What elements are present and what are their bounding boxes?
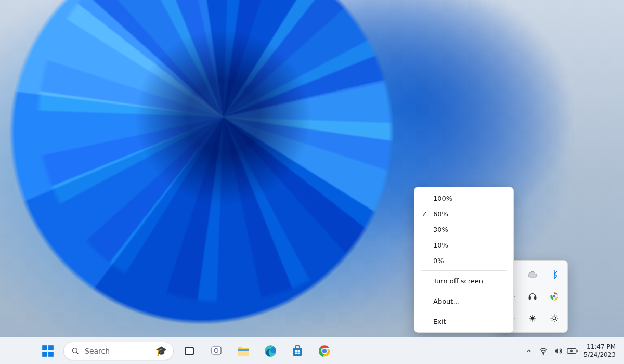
menu-item-100[interactable]: 100% xyxy=(414,190,513,206)
menu-label: Turn off screen xyxy=(433,277,483,285)
svg-rect-8 xyxy=(42,345,47,350)
svg-rect-19 xyxy=(238,349,249,351)
headset-icon[interactable] xyxy=(523,287,543,306)
battery-icon[interactable] xyxy=(566,340,579,362)
microsoft-store-button[interactable] xyxy=(286,340,309,362)
search-icon xyxy=(71,347,80,355)
svg-point-12 xyxy=(73,348,77,353)
menu-label: 100% xyxy=(433,194,452,202)
file-explorer-button[interactable] xyxy=(232,340,255,362)
onedrive-icon[interactable] xyxy=(523,265,543,284)
taskbar-clock[interactable]: 11:47 PM 5/24/2023 xyxy=(580,343,621,359)
svg-rect-17 xyxy=(215,349,218,352)
menu-item-exit[interactable]: Exit xyxy=(414,314,513,329)
svg-rect-10 xyxy=(42,352,47,357)
svg-rect-21 xyxy=(293,348,302,356)
svg-rect-24 xyxy=(295,352,297,354)
menu-separator xyxy=(421,270,507,271)
chat-button[interactable] xyxy=(205,340,228,362)
svg-rect-1 xyxy=(529,297,531,300)
svg-point-7 xyxy=(553,317,556,320)
svg-point-6 xyxy=(531,317,534,320)
menu-label: 30% xyxy=(433,226,448,233)
menu-item-30[interactable]: 30% xyxy=(414,222,513,237)
menu-separator xyxy=(421,291,507,291)
svg-rect-22 xyxy=(295,350,297,352)
clock-date: 5/24/2023 xyxy=(583,351,616,359)
menu-item-60[interactable]: 60% xyxy=(414,206,513,222)
chrome-tray-icon[interactable] xyxy=(544,287,564,306)
svg-point-27 xyxy=(322,348,327,354)
svg-rect-25 xyxy=(298,352,300,354)
contrast-icon[interactable] xyxy=(523,308,543,328)
menu-label: 0% xyxy=(433,257,444,265)
menu-label: About… xyxy=(433,297,460,305)
menu-item-0[interactable]: 0% xyxy=(414,253,513,268)
menu-label: 60% xyxy=(433,210,448,218)
wifi-icon[interactable] xyxy=(537,340,550,362)
chrome-button[interactable] xyxy=(313,340,336,362)
svg-rect-14 xyxy=(186,348,193,354)
search-placeholder: Search xyxy=(85,347,150,355)
bluetooth-icon[interactable] xyxy=(544,265,564,284)
start-button[interactable] xyxy=(36,340,59,362)
bloom-graphic xyxy=(0,0,463,364)
taskbar-search[interactable]: Search 🎓 xyxy=(63,342,174,360)
task-view-button[interactable] xyxy=(178,340,201,362)
menu-item-10[interactable]: 10% xyxy=(414,237,513,253)
brightness-context-menu: 100% 60% 30% 10% 0% Turn off screen Abou… xyxy=(414,187,514,333)
svg-rect-30 xyxy=(577,350,578,352)
menu-item-turn-off[interactable]: Turn off screen xyxy=(414,273,513,289)
clock-time: 11:47 PM xyxy=(587,343,616,351)
svg-rect-9 xyxy=(48,345,54,350)
svg-rect-23 xyxy=(298,350,300,352)
taskbar: Search 🎓 xyxy=(0,337,624,364)
svg-rect-11 xyxy=(48,352,54,357)
tray-overflow-chevron-icon[interactable] xyxy=(522,340,536,362)
taskbar-system-tray: 11:47 PM 5/24/2023 xyxy=(522,337,621,364)
svg-rect-2 xyxy=(535,297,536,300)
menu-separator xyxy=(421,311,507,311)
menu-item-about[interactable]: About… xyxy=(414,293,513,309)
edge-button[interactable] xyxy=(259,340,282,362)
menu-label: Exit xyxy=(433,318,446,326)
taskbar-pinned-area: Search 🎓 xyxy=(36,337,336,364)
svg-point-28 xyxy=(543,353,544,354)
menu-label: 10% xyxy=(433,241,448,249)
volume-icon[interactable] xyxy=(551,340,565,362)
brightness-icon[interactable] xyxy=(544,308,564,328)
svg-point-5 xyxy=(553,295,556,298)
graduation-cap-icon: 🎓 xyxy=(155,345,167,356)
